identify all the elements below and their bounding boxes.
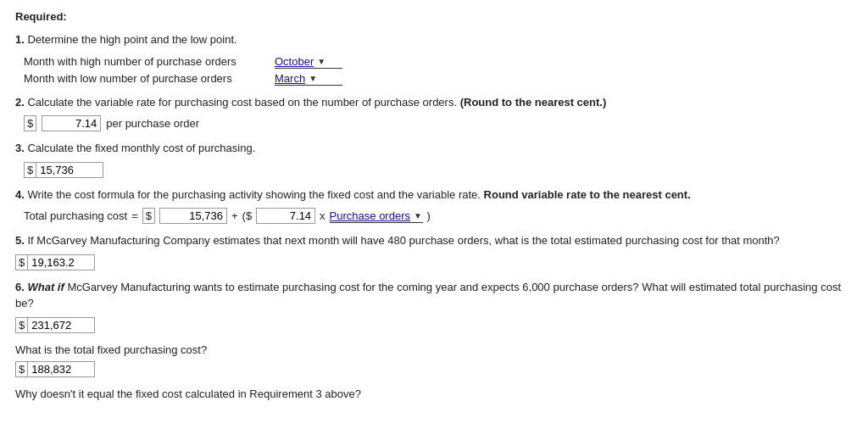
high-month-value: October [275,55,315,68]
chevron-down-icon[interactable]: ▼ [317,57,326,66]
step2-text: Calculate the variable rate for purchasi… [27,96,457,109]
dollar-sign-3: $ [24,162,36,178]
low-month-dropdown[interactable]: March ▼ [275,72,342,86]
step2-number: 2. [15,96,25,109]
step4-text: Write the cost formula for the purchasin… [27,188,480,201]
step6-text: McGarvey Manufacturing wants to estimate… [15,281,841,310]
fixed-cost-answer-input[interactable] [27,361,95,377]
step5-number: 5. [15,234,25,247]
step3-text: Calculate the fixed monthly cost of purc… [27,142,255,154]
dollar-sign-5: $ [15,254,27,270]
formula-variable-input[interactable] [256,208,315,224]
step5-answer-input[interactable] [27,254,95,270]
fixed-cost-label: What is the total fixed purchasing cost? [15,342,853,359]
step4-bold: Round variable rate to the nearest cent. [484,188,691,201]
fixed-monthly-cost-input[interactable] [36,162,103,178]
required-label: Required: [15,10,853,23]
step6-number: 6. [15,281,25,293]
step3-number: 3. [15,142,25,154]
step2-bold: (Round to the nearest cent.) [460,96,607,109]
step6-italic-bold: What if [27,281,64,293]
dollar-sign-4: $ [142,208,155,224]
step6-answer-input[interactable] [27,317,95,333]
per-purchase-order-label: per purchase order [106,117,199,130]
formula-dropdown[interactable]: Purchase orders ▼ [330,209,423,223]
formula-equals: = [131,209,138,222]
dollar-sign-6: $ [15,317,27,333]
high-month-label: Month with high number of purchase order… [24,55,270,68]
step1-text: Determine the high point and the low poi… [27,33,236,46]
variable-rate-input[interactable] [42,115,101,131]
dollar-sign-7: $ [15,361,27,377]
step5-text: If McGarvey Manufacturing Company estima… [27,234,779,247]
formula-times: x [320,209,326,222]
why-label: Why doesn't it equal the fixed cost calc… [15,386,853,403]
high-month-dropdown[interactable]: October ▼ [275,55,342,69]
chevron-down-icon-2[interactable]: ▼ [309,74,317,83]
low-month-label: Month with low number of purchase orders [24,72,270,85]
formula-total-label: Total purchasing cost [24,209,127,222]
formula-plus: + [231,209,238,222]
formula-fixed-input[interactable] [159,208,227,224]
formula-close-paren: ) [427,209,431,222]
low-month-value: March [275,72,307,85]
formula-open-paren: ($ [242,209,253,222]
chevron-down-icon-3[interactable]: ▼ [414,211,422,220]
step1-number: 1. [15,33,25,46]
purchase-orders-dropdown-value: Purchase orders [330,209,412,222]
step4-number: 4. [15,188,25,201]
dollar-sign-2: $ [24,115,36,131]
